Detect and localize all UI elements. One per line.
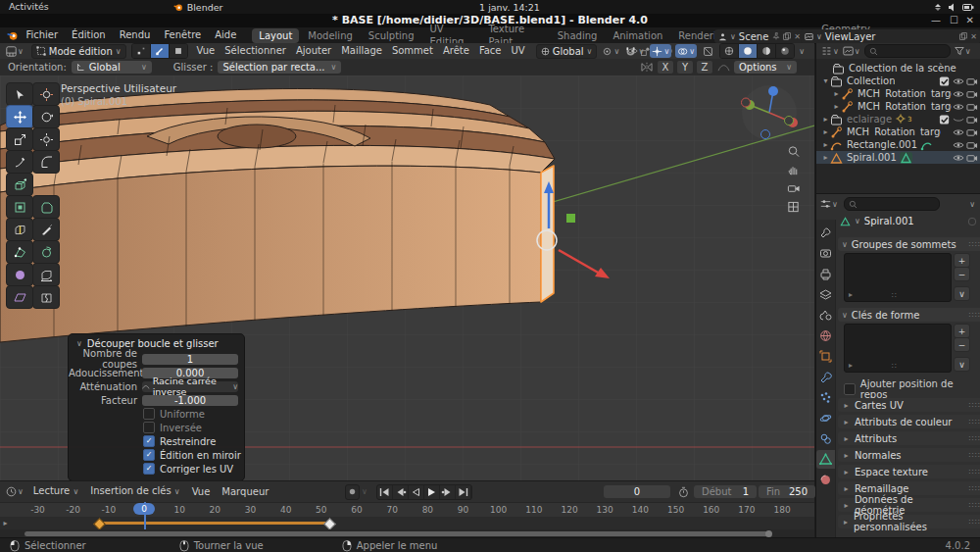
activities-button[interactable]: Activités: [2, 0, 56, 15]
field-nombre-de-coupes[interactable]: 1: [142, 354, 238, 365]
tool-rotate[interactable]: [32, 105, 60, 128]
checkbox-toggle[interactable]: [939, 75, 951, 87]
panel-remaillage[interactable]: ▸Remaillage∷∷: [838, 481, 980, 495]
outliner-row-collection[interactable]: ▾Collection: [816, 75, 980, 87]
keyframe-diamond-start[interactable]: [93, 518, 106, 530]
viewport-menu-maillage[interactable]: Maillage: [336, 43, 387, 59]
playhead-frame-label[interactable]: 0: [133, 503, 155, 515]
keyframe-diamond-end[interactable]: [323, 518, 336, 530]
viewlayer-selector[interactable]: ∨ ViewLayer ✕: [801, 29, 980, 43]
keyframe-range-band[interactable]: [98, 522, 328, 525]
close-button[interactable]: ✕: [966, 14, 974, 27]
timeline-menu-lecture[interactable]: Lecture ∨: [27, 483, 84, 500]
properties-search-input[interactable]: [844, 197, 940, 211]
properties-tab-modifiers[interactable]: [816, 368, 835, 386]
pin-id-icon[interactable]: [967, 217, 977, 226]
play-button[interactable]: [424, 485, 440, 499]
field-att-nuation[interactable]: Racine carrée inverse∨: [142, 381, 238, 392]
tool-scale[interactable]: [6, 127, 33, 151]
tool-cursor[interactable]: [32, 82, 60, 106]
cl-s-de-forme-specials-button[interactable]: ∨: [954, 357, 970, 372]
tool-knife[interactable]: [32, 218, 60, 241]
workspace-tab-modeling[interactable]: Modeling: [301, 28, 360, 43]
mirror-icon[interactable]: [641, 62, 653, 73]
new-viewlayer-icon[interactable]: [959, 32, 967, 40]
timeline-menu-insertion-de-cl-s[interactable]: Insertion de clés ∨: [84, 483, 185, 500]
groupes-de-sommets-specials-button[interactable]: ∨: [954, 286, 970, 301]
rest-position-checkbox[interactable]: Ajouter position de repos: [844, 378, 980, 400]
properties-tab-particles[interactable]: [816, 388, 835, 407]
navigation-gizmo[interactable]: [738, 83, 801, 144]
timeline-menu-vue[interactable]: Vue: [186, 484, 217, 500]
outliner-row-spiral-001[interactable]: ▸Spiral.001: [816, 151, 980, 164]
cl-s-de-forme-remove-button[interactable]: −: [954, 337, 970, 352]
panel-normales[interactable]: ▸Normales∷∷: [838, 448, 980, 462]
eye-toggle[interactable]: [953, 139, 964, 151]
tool-spin[interactable]: [32, 240, 60, 264]
outliner-row-rectangle-001[interactable]: ▸Rectangle.001: [816, 138, 980, 151]
face-select-button[interactable]: [170, 44, 187, 58]
orthographic-grid-button[interactable]: [784, 198, 802, 216]
tool-tweak[interactable]: [6, 82, 33, 106]
eye-toggle[interactable]: [953, 88, 964, 100]
cl-s-de-forme-list[interactable]: ▸∷: [844, 324, 952, 373]
tool-smooth[interactable]: [6, 263, 33, 286]
panel-propri-t-s-personnalis-es[interactable]: ▸Propriétés personnalisées∷∷: [838, 515, 980, 528]
play-reverse-button[interactable]: [409, 485, 424, 499]
timeline-menu-marqueur[interactable]: Marqueur: [216, 484, 274, 500]
checkbox-toggle[interactable]: [939, 114, 951, 125]
tool-measure[interactable]: [32, 150, 60, 174]
panel-cl-s-de-forme[interactable]: ∨Clés de forme∷∷: [838, 308, 980, 322]
outliner-filter-dropdown[interactable]: ∨: [953, 44, 973, 58]
shading-rendered-button[interactable]: [776, 44, 794, 58]
tool-annotate[interactable]: [6, 150, 33, 174]
pivot-point-dropdown[interactable]: ∨: [600, 44, 621, 58]
properties-tab-object-data[interactable]: [816, 450, 835, 469]
outliner-editor-type-button[interactable]: ∨: [819, 44, 841, 58]
panel-cartes-uv[interactable]: ▸Cartes UV∷∷: [838, 398, 980, 412]
breadcrumb-object-name[interactable]: Spiral.001: [864, 216, 914, 226]
field-facteur[interactable]: -1.000: [142, 395, 238, 406]
gizmo-y-handle[interactable]: [566, 214, 575, 223]
viewport-menu-uv[interactable]: UV: [507, 43, 530, 59]
properties-tab-tool[interactable]: [816, 224, 835, 242]
remove-viewlayer-icon[interactable]: ✕: [970, 32, 977, 41]
zoom-button[interactable]: [784, 142, 802, 160]
axis-x-button[interactable]: X: [657, 60, 674, 75]
camera-toggle[interactable]: [966, 126, 978, 138]
snap-falloff-icon[interactable]: [717, 62, 730, 73]
eye-toggle[interactable]: [953, 152, 964, 164]
viewport-menu-face[interactable]: Face: [474, 43, 507, 59]
properties-tab-scene[interactable]: [816, 306, 835, 325]
tool-rip-region[interactable]: [32, 285, 60, 309]
system-tray[interactable]: [933, 0, 974, 14]
workspace-tab-layout[interactable]: Layout: [252, 28, 299, 43]
viewport-menu-ar-te[interactable]: Arête: [438, 43, 474, 59]
properties-tab-object[interactable]: [816, 347, 835, 366]
panel-attributs-de-couleur[interactable]: ▸Attributs de couleur∷∷: [838, 415, 980, 428]
viewport-menu-sommet[interactable]: Sommet: [387, 43, 438, 59]
object-visibility-dropdown[interactable]: ∨: [625, 44, 647, 58]
tool-edge-slide[interactable]: [32, 263, 60, 286]
menu-fen-tre[interactable]: Fenêtre: [157, 27, 208, 43]
workspace-tab-shading[interactable]: Shading: [551, 28, 605, 43]
eye-closed-toggle[interactable]: [953, 114, 964, 125]
axis-y-button[interactable]: Y: [676, 60, 694, 75]
checkbox--dition-en-miroir[interactable]: ✓Édition en miroir: [143, 448, 244, 462]
scrollbar-handle[interactable]: [24, 531, 771, 536]
tool-bevel[interactable]: [32, 195, 60, 219]
properties-editor-type-button[interactable]: ∨: [818, 197, 840, 211]
properties-tab-world[interactable]: [816, 326, 835, 345]
outliner-row-mch-rotation-target[interactable]: ▸MCH_Rotation_target: [816, 87, 980, 100]
properties-tab-render[interactable]: [816, 244, 835, 263]
panel-donn-es-de-g-om-trie[interactable]: ▸Données de géométrie∷∷: [838, 498, 980, 512]
mode-selector[interactable]: Mode édition∨: [31, 44, 126, 59]
checkbox-uniforme[interactable]: Uniforme: [143, 407, 244, 421]
edge-select-button[interactable]: [151, 44, 170, 58]
properties-options-dropdown[interactable]: ∨: [969, 200, 975, 209]
eye-toggle[interactable]: [953, 126, 964, 138]
properties-tab-material[interactable]: [816, 471, 835, 489]
cl-s-de-forme-add-button[interactable]: +: [954, 324, 970, 338]
next-keyframe-button[interactable]: [440, 485, 456, 499]
keying-set-dropdown[interactable]: ∨: [362, 487, 368, 496]
